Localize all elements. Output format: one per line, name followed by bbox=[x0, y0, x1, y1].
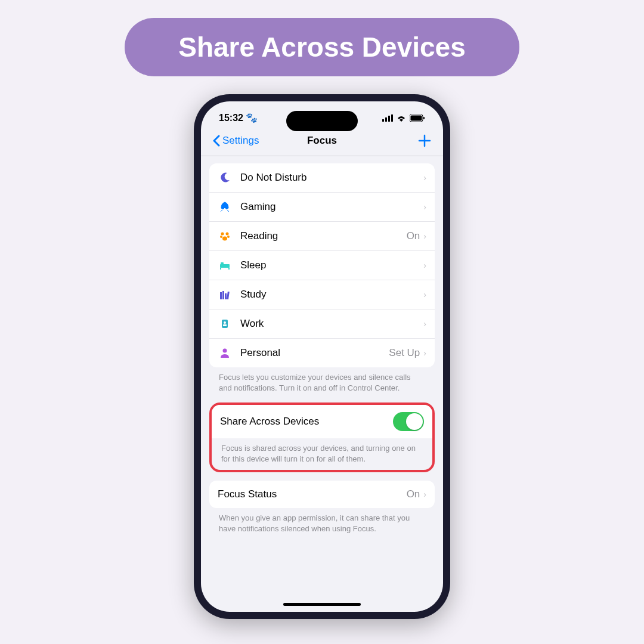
add-button[interactable] bbox=[418, 134, 431, 147]
banner-title: Share Across Devices bbox=[178, 32, 466, 63]
svg-point-8 bbox=[226, 233, 229, 236]
chevron-right-icon: › bbox=[423, 490, 426, 499]
share-toggle[interactable] bbox=[393, 412, 424, 431]
focus-item-do-not-disturb[interactable]: Do Not Disturb › bbox=[209, 163, 435, 193]
focus-item-work[interactable]: Work › bbox=[209, 309, 435, 339]
plus-icon bbox=[418, 134, 431, 147]
chevron-right-icon: › bbox=[423, 348, 426, 358]
chevron-left-icon bbox=[213, 135, 220, 147]
svg-point-7 bbox=[221, 233, 224, 236]
cellular-icon bbox=[382, 114, 393, 122]
focus-status-footer: When you give an app permission, it can … bbox=[209, 508, 435, 543]
person-icon bbox=[218, 346, 232, 360]
content-area: Do Not Disturb › Gaming › Read bbox=[201, 156, 443, 550]
nav-title: Focus bbox=[307, 135, 337, 147]
focus-item-reading[interactable]: Reading On › bbox=[209, 222, 435, 251]
item-label: Study bbox=[240, 289, 420, 301]
battery-icon bbox=[410, 114, 425, 122]
svg-rect-17 bbox=[222, 291, 224, 299]
focus-status-value: On bbox=[407, 488, 420, 500]
focus-item-personal[interactable]: Personal Set Up › bbox=[209, 339, 435, 367]
focus-footer: Focus lets you customize your devices an… bbox=[209, 367, 435, 402]
svg-rect-18 bbox=[225, 293, 227, 299]
chevron-right-icon: › bbox=[423, 202, 426, 212]
back-button[interactable]: Settings bbox=[213, 135, 259, 147]
share-across-devices-row[interactable]: Share Across Devices bbox=[212, 405, 432, 438]
focus-modes-list: Do Not Disturb › Gaming › Read bbox=[209, 163, 435, 367]
wifi-icon bbox=[397, 114, 406, 122]
item-label: Gaming bbox=[240, 201, 420, 213]
svg-rect-12 bbox=[220, 264, 230, 268]
chevron-right-icon: › bbox=[423, 319, 426, 329]
dynamic-island bbox=[286, 111, 358, 131]
svg-point-21 bbox=[224, 321, 226, 324]
svg-point-10 bbox=[227, 236, 230, 238]
svg-rect-6 bbox=[423, 117, 425, 119]
item-label: Reading bbox=[240, 230, 407, 242]
svg-rect-3 bbox=[391, 114, 393, 122]
chevron-right-icon: › bbox=[423, 290, 426, 299]
svg-rect-16 bbox=[220, 292, 222, 299]
chevron-right-icon: › bbox=[423, 173, 426, 182]
item-value: On bbox=[407, 230, 420, 242]
svg-rect-1 bbox=[385, 117, 387, 122]
svg-rect-19 bbox=[227, 292, 230, 299]
item-label: Work bbox=[240, 318, 420, 330]
badge-icon bbox=[218, 317, 232, 331]
paw-icon: 🐾 bbox=[246, 112, 258, 123]
page-banner: Share Across Devices bbox=[125, 18, 519, 76]
nav-bar: Settings Focus bbox=[201, 128, 443, 156]
item-value: Set Up bbox=[389, 347, 420, 359]
share-group: Share Across Devices bbox=[212, 405, 432, 438]
back-label: Settings bbox=[222, 135, 259, 147]
moon-icon bbox=[218, 171, 232, 185]
svg-rect-13 bbox=[220, 268, 221, 270]
chevron-right-icon: › bbox=[423, 261, 426, 270]
svg-rect-22 bbox=[223, 324, 227, 326]
item-label: Sleep bbox=[240, 259, 420, 271]
focus-item-gaming[interactable]: Gaming › bbox=[209, 193, 435, 222]
status-time: 15:32 bbox=[219, 113, 243, 123]
books-icon bbox=[218, 287, 232, 302]
bed-icon bbox=[218, 258, 232, 273]
paw-icon bbox=[218, 229, 232, 243]
svg-rect-14 bbox=[228, 268, 230, 270]
highlight-annotation: Share Across Devices Focus is shared acr… bbox=[209, 402, 435, 472]
focus-item-sleep[interactable]: Sleep › bbox=[209, 251, 435, 280]
phone-screen: 15:32 🐾 Settings Focus bbox=[201, 101, 443, 612]
svg-rect-2 bbox=[388, 116, 390, 122]
svg-point-11 bbox=[222, 237, 227, 241]
share-footer: Focus is shared across your devices, and… bbox=[212, 438, 432, 470]
svg-point-23 bbox=[223, 349, 227, 353]
item-label: Do Not Disturb bbox=[240, 172, 420, 184]
focus-status-row[interactable]: Focus Status On › bbox=[209, 481, 435, 508]
home-indicator[interactable] bbox=[283, 603, 361, 606]
svg-rect-15 bbox=[221, 262, 224, 264]
focus-status-label: Focus Status bbox=[218, 488, 407, 500]
rocket-icon bbox=[218, 200, 232, 214]
svg-point-9 bbox=[220, 236, 222, 238]
focus-item-study[interactable]: Study › bbox=[209, 280, 435, 309]
chevron-right-icon: › bbox=[423, 231, 426, 241]
svg-rect-5 bbox=[411, 115, 422, 120]
phone-frame: 15:32 🐾 Settings Focus bbox=[194, 94, 450, 619]
share-label: Share Across Devices bbox=[220, 416, 393, 428]
svg-rect-0 bbox=[382, 119, 384, 122]
item-label: Personal bbox=[240, 347, 389, 359]
focus-status-group: Focus Status On › bbox=[209, 481, 435, 508]
